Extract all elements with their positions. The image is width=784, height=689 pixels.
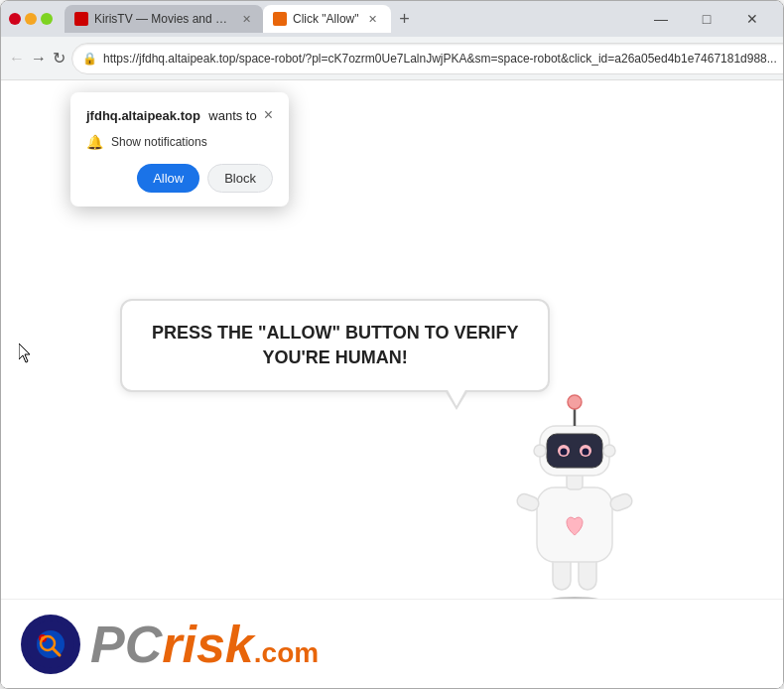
forward-button[interactable]: → bbox=[31, 44, 47, 73]
notif-domain-wants: jfdhq.altaipeak.top wants to bbox=[86, 106, 257, 124]
robot-illustration bbox=[485, 378, 664, 620]
toolbar: ← → ↻ 🔒 https://jfdhq.altaipeak.top/spac… bbox=[1, 37, 783, 80]
cursor bbox=[19, 344, 33, 363]
notif-header: jfdhq.altaipeak.top wants to × bbox=[86, 106, 273, 124]
tab-1[interactable]: KirisTV — Movies and Series D... ✕ bbox=[65, 5, 263, 33]
win-ctrl-minimize[interactable] bbox=[25, 13, 37, 25]
notification-popup: jfdhq.altaipeak.top wants to × 🔔 Show no… bbox=[70, 92, 289, 207]
svg-point-19 bbox=[603, 445, 615, 457]
bubble-line2: YOU'RE HUMAN! bbox=[263, 347, 408, 367]
chrome-window-buttons: — □ ✕ bbox=[638, 3, 775, 35]
notif-show-notifications: Show notifications bbox=[111, 135, 207, 149]
notif-wants-text: wants to bbox=[208, 108, 256, 123]
tab-1-favicon bbox=[74, 12, 88, 26]
bubble-line1: PRESS THE "ALLOW" BUTTON TO VERIFY bbox=[152, 323, 518, 343]
tab-2-favicon bbox=[273, 12, 287, 26]
tab-1-close[interactable]: ✕ bbox=[239, 11, 253, 27]
address-bar[interactable]: 🔒 https://jfdhq.altaipeak.top/space-robo… bbox=[71, 43, 784, 74]
url-text: https://jfdhq.altaipeak.top/space-robot/… bbox=[103, 52, 777, 66]
close-button[interactable]: ✕ bbox=[729, 3, 775, 35]
maximize-button[interactable]: □ bbox=[684, 3, 729, 35]
notif-buttons: Allow Block bbox=[86, 164, 273, 193]
notif-domain: jfdhq.altaipeak.top bbox=[86, 108, 200, 123]
tab-2-label: Click "Allow" bbox=[293, 12, 359, 26]
tabs-area: KirisTV — Movies and Series D... ✕ Click… bbox=[65, 5, 624, 33]
svg-rect-9 bbox=[547, 434, 602, 468]
notif-close-button[interactable]: × bbox=[264, 106, 273, 124]
svg-point-18 bbox=[534, 445, 546, 457]
notif-allow-button[interactable]: Allow bbox=[137, 164, 199, 193]
browser-window: KirisTV — Movies and Series D... ✕ Click… bbox=[0, 0, 784, 689]
minimize-button[interactable]: — bbox=[638, 3, 684, 35]
bubble-text: PRESS THE "ALLOW" BUTTON TO VERIFY YOU'R… bbox=[152, 321, 518, 370]
window-controls-left bbox=[9, 13, 53, 25]
title-bar: KirisTV — Movies and Series D... ✕ Click… bbox=[1, 1, 783, 37]
lock-icon: 🔒 bbox=[82, 52, 97, 66]
reload-button[interactable]: ↻ bbox=[53, 44, 65, 73]
pcrisk-badge-icon bbox=[21, 615, 80, 674]
new-tab-button[interactable]: + bbox=[391, 5, 419, 33]
notif-row: 🔔 Show notifications bbox=[86, 134, 273, 150]
bell-icon: 🔔 bbox=[86, 134, 103, 150]
tab-1-label: KirisTV — Movies and Series D... bbox=[94, 12, 233, 26]
dot-com: .com bbox=[254, 637, 319, 669]
tab-2-close[interactable]: ✕ bbox=[365, 11, 381, 27]
notif-block-button[interactable]: Block bbox=[207, 164, 273, 193]
pc-letters: PC bbox=[90, 615, 162, 674]
pcrisk-text: PCrisk.com bbox=[90, 615, 319, 674]
pcrisk-bar: PCrisk.com bbox=[1, 599, 783, 688]
tab-2[interactable]: Click "Allow" ✕ bbox=[263, 5, 391, 33]
back-button[interactable]: ← bbox=[9, 44, 25, 73]
pcrisk-logo: PCrisk.com bbox=[21, 615, 319, 674]
page-content: jfdhq.altaipeak.top wants to × 🔔 Show no… bbox=[1, 80, 783, 688]
robot-svg bbox=[485, 378, 664, 617]
win-ctrl-maximize[interactable] bbox=[41, 13, 53, 25]
svg-point-15 bbox=[583, 449, 589, 456]
risk-letters: risk bbox=[162, 615, 254, 674]
pcrisk-badge-svg bbox=[26, 620, 75, 669]
svg-point-14 bbox=[561, 449, 568, 456]
svg-point-17 bbox=[568, 395, 582, 409]
win-ctrl-close[interactable] bbox=[9, 13, 21, 25]
